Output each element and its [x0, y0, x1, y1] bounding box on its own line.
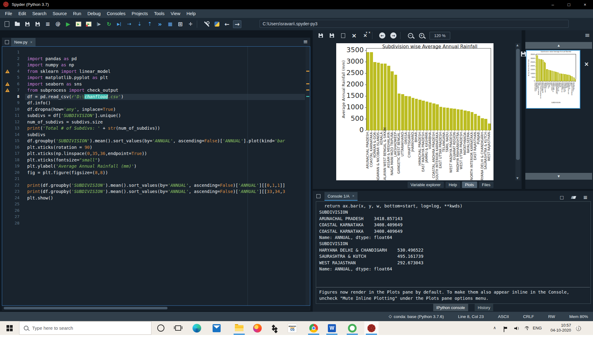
run-to-line-icon[interactable]: ▶| [114, 19, 124, 29]
save-all-icon[interactable] [32, 19, 43, 29]
tab-close-icon[interactable]: × [30, 40, 32, 44]
scrollbar-thumb[interactable] [516, 49, 520, 160]
taskbar-app-edge[interactable] [190, 321, 204, 335]
working-directory-input[interactable]: C:\Users\sravan\.spyder-py3 [260, 20, 569, 28]
clear-console-icon[interactable] [570, 193, 577, 202]
browse-tabs-icon[interactable] [5, 40, 9, 44]
plot-thumbnail[interactable]: Subdivision wise Average Annual Rainfall… [526, 50, 580, 109]
plots-options-menu-icon[interactable]: ≡ [585, 32, 590, 38]
interrupt-kernel-icon[interactable]: □ [558, 193, 565, 202]
zoom-in-icon[interactable]: + [416, 31, 427, 40]
next-plot-icon[interactable]: → [388, 31, 399, 40]
pane-button-plots[interactable]: Plots [462, 182, 477, 188]
menu-tools[interactable]: Tools [151, 11, 167, 16]
menu-edit[interactable]: Edit [15, 11, 29, 16]
console-tab-close-icon[interactable]: × [352, 194, 354, 198]
menu-search[interactable]: Search [29, 11, 49, 16]
browse-consoles-icon[interactable] [316, 194, 320, 198]
menu-run[interactable]: Run [70, 11, 84, 16]
stop-debug-icon[interactable]: ■ [165, 19, 175, 29]
find-symbols-icon[interactable]: @ [53, 19, 63, 29]
step-return-icon[interactable]: ⇡ [145, 19, 155, 29]
maximize-pane-icon[interactable]: ⊞ [175, 19, 185, 29]
run-cell-icon[interactable]: ▶ [73, 19, 83, 29]
step-icon[interactable]: ⇢ [124, 19, 134, 29]
preferences-icon[interactable] [201, 19, 212, 29]
copy-plot-icon[interactable] [337, 31, 349, 40]
previous-plot-icon[interactable]: ← [377, 31, 388, 40]
tab-new-py[interactable]: New.py × [11, 38, 36, 46]
tab-history[interactable]: History [475, 304, 493, 311]
taskbar-app-chrome[interactable] [307, 321, 321, 335]
taskbar-search-input[interactable]: Type here to search [19, 321, 151, 335]
save-all-plots-icon[interactable] [326, 31, 337, 40]
menu-view[interactable]: View [167, 11, 183, 16]
tab-console-1a[interactable]: Console 1/A × [324, 192, 358, 201]
run-selection-icon[interactable]: |▶ [94, 19, 104, 29]
x-tick-label: JAMMU & KASHMIR [554, 82, 555, 102]
taskbar-app-word[interactable]: W [325, 321, 339, 335]
x-tick-label: HIMACHAL PRADESH [418, 132, 421, 180]
taskbar-app-mail[interactable] [210, 321, 224, 335]
scroll-down-icon[interactable]: ▼ [516, 177, 519, 180]
new-file-icon[interactable] [2, 19, 12, 29]
minimize-button[interactable]: – [545, 0, 561, 9]
pane-button-variable-explorer[interactable]: Variable explorer [408, 182, 444, 188]
editor-horizontal-scrollbar[interactable] [2, 306, 310, 310]
fullscreen-icon[interactable]: ✛ [185, 19, 196, 29]
pane-button-files[interactable]: Files [479, 182, 493, 188]
save-plot-icon[interactable] [315, 31, 326, 40]
plots-scrollbar[interactable]: ▲ ▼ [515, 43, 520, 180]
editor-vertical-scrollbar[interactable] [306, 47, 310, 305]
python-env-icon[interactable] [212, 19, 222, 29]
file-switcher-icon[interactable]: ≡ [43, 19, 53, 29]
remove-all-plots-icon[interactable]: ×× × [360, 31, 371, 40]
taskbar-app-spyder[interactable] [364, 321, 379, 335]
forward-icon[interactable]: → [232, 19, 242, 29]
editor-options-menu-icon[interactable]: ≡ [303, 39, 308, 44]
run-cell-advance-icon[interactable]: ▶ [83, 19, 94, 29]
taskbar-app-dropbox[interactable] [268, 321, 282, 335]
menu-debug[interactable]: Debug [84, 11, 104, 16]
menu-source[interactable]: Source [49, 11, 70, 16]
zoom-out-icon[interactable]: − [405, 31, 416, 40]
menu-file[interactable]: File [2, 11, 15, 16]
console-options-menu-icon[interactable]: ≡ [582, 193, 589, 202]
maximize-button[interactable]: □ [561, 0, 577, 9]
pane-button-help[interactable]: Help [446, 182, 460, 188]
save-thumbnail-icon[interactable] [521, 52, 526, 57]
thumbnails-scroll-up[interactable]: ▲ [525, 42, 592, 49]
thumbnails-scroll-down[interactable]: ▼ [525, 173, 592, 180]
menu-help[interactable]: Help [184, 11, 199, 16]
close-button[interactable]: × [577, 0, 593, 9]
taskbar-app-cortana[interactable] [154, 321, 168, 335]
remove-plot-icon[interactable]: × [349, 31, 360, 40]
step-into-icon[interactable]: ⇣ [134, 19, 145, 29]
taskbar-app-ring-app[interactable] [345, 321, 359, 335]
run-icon[interactable]: ▶ [63, 19, 73, 29]
x-tick-label: GANGETIC WEST BENGAL [397, 132, 400, 180]
scrollbar-thumb[interactable] [4, 307, 167, 309]
battery-icon[interactable] [504, 326, 504, 332]
taskbar-app-file-explorer[interactable] [232, 321, 246, 335]
code-editor[interactable]: 1234!56!7!891011121314151617181920212223… [2, 46, 310, 306]
continue-icon[interactable]: » [155, 19, 165, 29]
tray-chevron-icon[interactable]: ∧ [493, 326, 496, 330]
taskbar-app-task-view[interactable] [171, 321, 185, 335]
open-file-icon[interactable] [12, 19, 22, 29]
taskbar-app-firefox[interactable] [250, 321, 265, 335]
clock[interactable]: 10:57 04-10-2020 [545, 323, 571, 333]
volume-icon[interactable]: ) [514, 326, 519, 330]
language-indicator[interactable]: ENG [533, 326, 542, 330]
start-button[interactable] [2, 321, 17, 335]
menu-consoles[interactable]: Consoles [104, 11, 129, 16]
save-icon[interactable] [22, 19, 32, 29]
back-icon[interactable]: ← [222, 19, 232, 29]
menu-projects[interactable]: Projects [129, 11, 151, 16]
taskbar-app-amazon[interactable]: amazon [285, 321, 299, 335]
tab-ipython-console[interactable]: IPython console [433, 304, 468, 311]
close-thumbnail-icon[interactable]: × [584, 61, 589, 67]
scroll-up-icon[interactable]: ▲ [516, 44, 519, 47]
rerun-cell-icon[interactable]: ↻ [104, 19, 114, 29]
console-output[interactable]: return ax.bar(x, y, w, bottom=start, log… [316, 201, 591, 304]
